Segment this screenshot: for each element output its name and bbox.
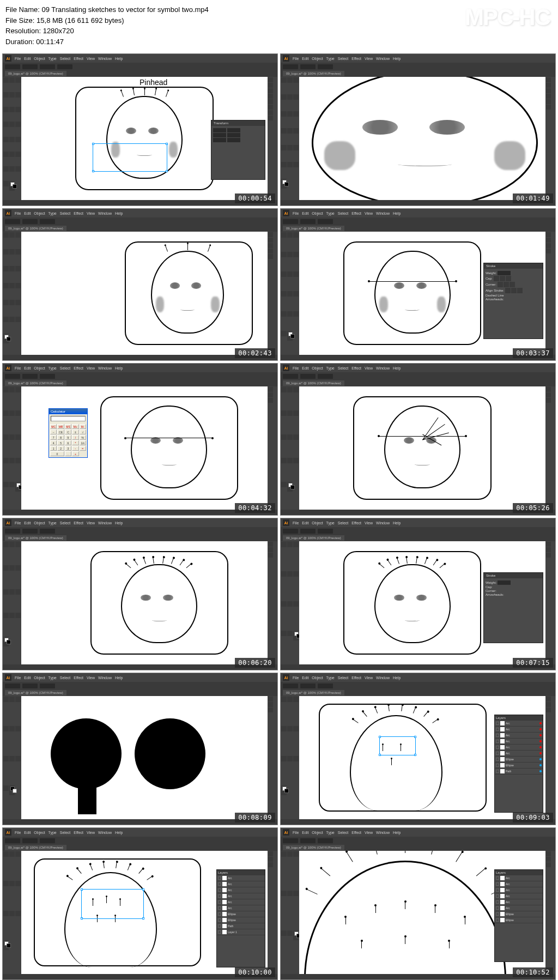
thumbnail-4[interactable]: AiFileEditObjectTypeSelectEffectViewWind… (280, 208, 556, 361)
thumbnail-6[interactable]: AiFileEditObjectTypeSelectEffectViewWind… (280, 363, 556, 516)
thumbnail-10[interactable]: AiFileEditObjectTypeSelectEffectViewWind… (280, 673, 556, 825)
document-tab[interactable]: 09_logo.ai* @ 100% (CMYK/Preview) (5, 71, 66, 76)
right-panel-dock[interactable] (268, 77, 277, 200)
calc-display (51, 416, 86, 421)
illustrator-icon: Ai (5, 55, 11, 62)
thumbnail-7[interactable]: AiFileEditObjectTypeSelectEffectViewWind… (2, 518, 278, 670)
duration: Duration: 00:11:47 (5, 37, 553, 47)
thumbnail-8[interactable]: AiFileEditObjectTypeSelectEffectViewWind… (280, 518, 556, 670)
canvas[interactable]: Pinhead (21, 77, 268, 200)
timestamp: 00:00:54 (235, 193, 275, 203)
thumbnail-5[interactable]: AiFileEditObjectTypeSelectEffectViewWind… (2, 363, 278, 516)
layers-panel[interactable]: Layers Arc Arc Arc Arc Arc Arc Ellipse E… (216, 869, 265, 967)
thumbnail-2[interactable]: AiFileEditObjectTypeSelectEffectViewWind… (280, 53, 556, 206)
canvas-zoomed[interactable] (299, 77, 545, 200)
pinhead-label: Pinhead (140, 78, 167, 87)
transform-panel[interactable]: Transform (211, 120, 265, 180)
tab-bar: 09_logo.ai* @ 100% (CMYK/Preview) (3, 70, 277, 77)
pin-stem (78, 776, 96, 814)
thumbnail-grid: Ai FileEditObjectTypeSelectEffectViewWin… (0, 51, 558, 980)
file-info-header: File Name: 09 Translating sketches to ve… (0, 0, 558, 51)
thumbnail-1[interactable]: Ai FileEditObjectTypeSelectEffectViewWin… (2, 53, 278, 206)
menubar: Ai FileEditObjectTypeSelectEffectViewWin… (3, 54, 277, 63)
thumbnail-12[interactable]: AiFileEditObjectTypeSelectEffectViewWind… (280, 827, 556, 980)
color-swatch[interactable] (9, 181, 15, 191)
layers-panel[interactable]: Layers Arc Arc Arc Arc Arc Arc Ellipse E… (494, 715, 543, 813)
control-bar (3, 63, 277, 70)
layers-panel[interactable]: Layers Arc Arc Arc Arc Arc Arc Ellipse E… (494, 869, 543, 962)
pin-head-circle-2 (135, 718, 205, 789)
calculator-window[interactable]: Calculator MCMRMSM+M- ←CEC±√ 789/% 456*1… (48, 408, 88, 458)
thumbnail-9[interactable]: AiFileEditObjectTypeSelectEffectViewWind… (2, 673, 278, 825)
mpc-hc-watermark: MPC-HC (465, 4, 550, 31)
thumbnail-3[interactable]: AiFileEditObjectTypeSelectEffectViewWind… (2, 208, 278, 361)
thumbnail-11[interactable]: AiFileEditObjectTypeSelectEffectViewWind… (2, 827, 278, 980)
stroke-panel[interactable]: Stroke Weight: Cap: Corner: Arrowheads: (483, 572, 543, 643)
stroke-panel[interactable]: Stroke Weight: Cap: Corner: Align Stroke… (483, 263, 543, 339)
toolbox[interactable] (3, 77, 21, 200)
